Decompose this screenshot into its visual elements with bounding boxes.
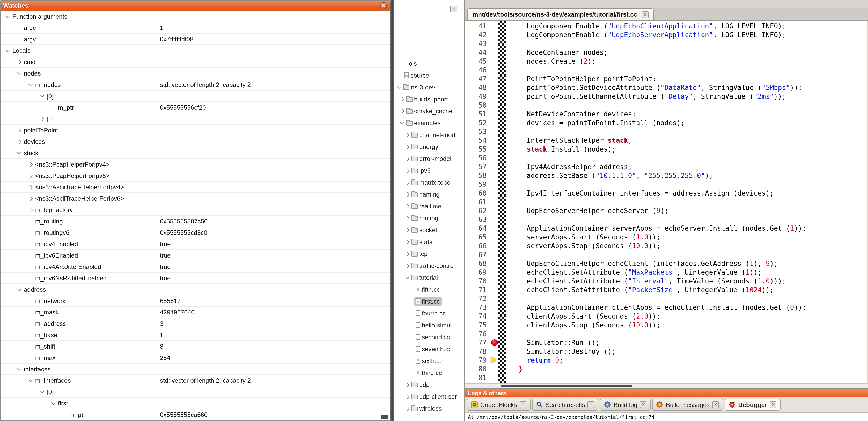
chevron-right-icon[interactable] — [404, 142, 410, 151]
gutter[interactable] — [498, 321, 506, 329]
code-line[interactable]: 52 devices = pointToPoint.Install (nodes… — [465, 119, 867, 127]
code-line[interactable]: 81 — [465, 374, 867, 382]
gutter[interactable] — [498, 365, 506, 374]
chevron-down-icon[interactable] — [4, 12, 12, 21]
watch-row[interactable]: <ns3::PcapHelperForIpv4> — [1, 159, 390, 170]
close-icon[interactable] — [380, 2, 387, 9]
gutter[interactable] — [498, 145, 506, 154]
tree-item-error-model[interactable]: error-model — [394, 153, 464, 164]
code-line[interactable]: 80} — [465, 365, 867, 374]
watch-row[interactable]: [0] — [1, 91, 390, 102]
logs-tab-code-blocks[interactable]: Code::Blocks — [467, 399, 530, 411]
gutter[interactable] — [498, 22, 506, 31]
code-line[interactable]: 73 ApplicationContainer clientApps = ech… — [465, 303, 867, 312]
chevron-right-icon[interactable] — [404, 214, 410, 222]
logs-tab-build-log[interactable]: Build log — [600, 399, 651, 411]
watch-row[interactable]: <ns3::AsciiTraceHelperForIpv6> — [1, 193, 390, 204]
line-number[interactable]: 73 — [465, 303, 498, 312]
chevron-right-icon[interactable] — [404, 178, 410, 187]
tree-item-hello-simul[interactable]: hello-simul — [394, 319, 464, 331]
watches-titlebar[interactable]: Watches — [1, 1, 390, 11]
watch-row[interactable]: cmd — [1, 56, 390, 68]
line-number[interactable]: 75 — [465, 321, 498, 329]
line-number[interactable]: 57 — [465, 162, 498, 171]
line-number[interactable]: 78 — [465, 347, 498, 356]
gutter[interactable] — [498, 101, 506, 110]
tree-item-fourth-cc[interactable]: fourth.cc — [394, 307, 464, 319]
line-number[interactable]: 49 — [465, 92, 498, 101]
horizontal-scrollbar[interactable] — [465, 383, 868, 388]
tree-item-ns-3-dev[interactable]: ns-3-dev — [394, 81, 464, 93]
code-line[interactable]: 78 Simulator::Destroy (); — [465, 347, 867, 356]
code-editor[interactable]: 41 LogComponentEnable ("UdpEchoClientApp… — [465, 21, 868, 383]
watch-row[interactable]: m_ipv4ArpJitterEnabledtrue — [1, 261, 390, 272]
gutter[interactable] — [498, 127, 506, 136]
line-number[interactable]: 55 — [465, 145, 498, 154]
gutter[interactable] — [498, 48, 506, 57]
gutter[interactable] — [498, 119, 506, 127]
line-number[interactable]: 45 — [465, 57, 498, 66]
watch-row[interactable]: m_interfacesstd::vector of length 2, cap… — [1, 375, 390, 386]
tree-item-source[interactable]: source — [394, 69, 464, 81]
gutter[interactable] — [498, 347, 506, 356]
close-icon[interactable] — [642, 11, 649, 18]
chevron-right-icon[interactable] — [404, 380, 410, 389]
tree-item-stats[interactable]: stats — [394, 236, 464, 248]
code-line[interactable]: 67 — [465, 250, 867, 259]
watch-row[interactable]: address — [1, 284, 390, 295]
code-line[interactable]: 75 clientApps.Stop (Seconds (10.0)); — [465, 321, 867, 329]
line-number[interactable]: 61 — [465, 198, 498, 206]
tree-item-buildsupport[interactable]: buildsupport — [394, 93, 464, 105]
logs-tab-debugger[interactable]: Debugger — [725, 399, 780, 411]
tree-item-socket[interactable]: socket — [394, 224, 464, 236]
code-line[interactable]: 47 PointToPointHelper pointToPoint; — [465, 74, 867, 83]
watch-row[interactable]: [1] — [1, 113, 390, 125]
chevron-right-icon[interactable] — [38, 115, 46, 123]
logs-tab-build-messages[interactable]: Build messages — [652, 399, 723, 411]
code-line[interactable]: 44 NodeContainer nodes; — [465, 48, 867, 57]
line-number[interactable]: 68 — [465, 259, 498, 268]
line-number[interactable]: 64 — [465, 224, 498, 233]
code-line[interactable]: 57 Ipv4AddressHelper address; — [465, 162, 867, 171]
line-number[interactable]: 81 — [465, 374, 498, 382]
chevron-right-icon[interactable] — [404, 238, 410, 246]
line-number[interactable]: 43 — [465, 39, 498, 48]
code-line[interactable]: 68 UdpEchoClientHelper echoClient (inter… — [465, 259, 867, 268]
code-line[interactable]: 53 — [465, 127, 867, 136]
line-number[interactable]: 46 — [465, 66, 498, 74]
line-number[interactable]: 69 — [465, 268, 498, 277]
gutter[interactable] — [498, 39, 506, 48]
watch-row[interactable]: m_address3 — [1, 318, 390, 329]
close-icon[interactable] — [588, 401, 594, 408]
code-line[interactable]: 59 — [465, 180, 867, 189]
gutter[interactable] — [498, 83, 506, 92]
line-number[interactable]: 41 — [465, 22, 498, 31]
tree-item-udp[interactable]: udp — [394, 379, 464, 390]
watch-row[interactable]: pointToPoint — [1, 125, 390, 136]
chevron-right-icon[interactable] — [404, 226, 410, 234]
watch-row[interactable]: <ns3::AsciiTraceHelperForIpv4> — [1, 182, 390, 193]
tree-item-first-cc[interactable]: first.cc — [394, 295, 464, 307]
close-icon[interactable] — [640, 401, 647, 408]
tree-item-matrix-topol[interactable]: matrix-topol — [394, 176, 464, 188]
watch-row[interactable]: stack — [1, 148, 390, 159]
tree-item-tcp[interactable]: tcp — [394, 248, 464, 260]
chevron-down-icon[interactable] — [26, 376, 35, 385]
line-number[interactable]: 67 — [465, 250, 498, 259]
logs-header[interactable]: Logs & others — [465, 389, 868, 397]
watch-row[interactable]: m_ipv6Enabledtrue — [1, 250, 390, 261]
chevron-down-icon[interactable] — [396, 83, 402, 91]
gutter[interactable] — [498, 162, 506, 171]
gutter[interactable] — [498, 171, 506, 180]
code-line[interactable]: 41 LogComponentEnable ("UdpEchoClientApp… — [465, 22, 867, 31]
code-line[interactable]: 64 ApplicationContainer serverApps = ech… — [465, 224, 867, 233]
chevron-right-icon[interactable] — [26, 171, 35, 180]
line-number[interactable]: 51 — [465, 110, 498, 119]
gutter[interactable] — [498, 356, 506, 365]
chevron-down-icon[interactable] — [49, 399, 58, 407]
watch-row[interactable]: m_tcpFactory — [1, 204, 390, 216]
tree-item-udp-client-ser[interactable]: udp-client-ser — [394, 390, 464, 402]
line-number[interactable]: 62 — [465, 206, 498, 215]
code-line[interactable]: 70 echoClient.SetAttribute ("Interval", … — [465, 277, 867, 286]
code-line[interactable]: 72 — [465, 294, 867, 303]
